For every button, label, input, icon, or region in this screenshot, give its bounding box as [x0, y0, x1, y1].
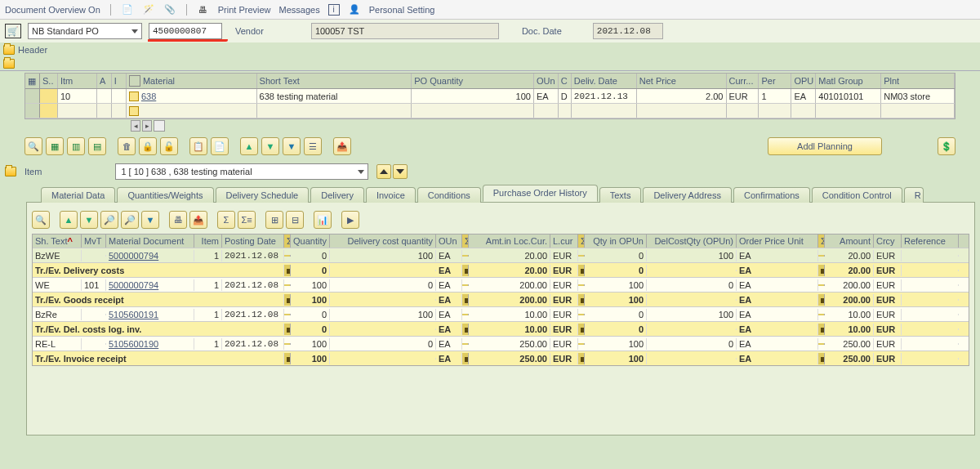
subtotal-button[interactable]: Σ≡	[238, 211, 256, 229]
tab-delivery-schedule[interactable]: Delivery Schedule	[216, 187, 310, 203]
tab-material-data[interactable]: Material Data	[41, 187, 115, 203]
sort-desc-button[interactable]: ▼	[80, 211, 98, 229]
col-sigma4[interactable]: Σ	[818, 234, 825, 248]
material-document-link[interactable]: 5000000794	[109, 251, 158, 261]
paste-button[interactable]: 📄	[211, 137, 229, 155]
layout-button[interactable]: ☰	[304, 137, 322, 155]
wizard-icon[interactable]: 🪄	[142, 3, 155, 16]
details-button[interactable]: 🔍	[32, 211, 50, 229]
col-status[interactable]: S..	[40, 74, 58, 88]
attach-icon[interactable]: 📎	[163, 3, 176, 16]
lock-button[interactable]: 🔒	[139, 137, 157, 155]
col-crcy[interactable]: Crcy	[874, 234, 902, 248]
material-document-link[interactable]: 5105600190	[109, 339, 158, 349]
col-a[interactable]: A	[97, 74, 112, 88]
addl-planning-button[interactable]: Addl Planning	[768, 137, 882, 155]
menu-messages[interactable]: Messages	[279, 5, 320, 15]
menu-print-preview[interactable]: Print Preview	[218, 5, 271, 15]
history-row[interactable]: BzWE500000079412021.12.080100EA20.00EUR0…	[33, 248, 969, 262]
h-scrollbar[interactable]: ◂ ▸	[24, 119, 956, 132]
col-opu[interactable]: OPU	[791, 74, 816, 88]
filter-button[interactable]: ▼	[141, 211, 159, 229]
col-sh-text[interactable]: Sh. Text^	[33, 234, 82, 248]
scroll-left-icon[interactable]: ◂	[131, 120, 140, 132]
col-amt-loc-cur[interactable]: Amt.in Loc.Cur.	[469, 234, 550, 248]
refresh-button[interactable]: 💲	[938, 137, 956, 155]
select-all-button[interactable]: ▦	[46, 137, 64, 155]
tab-purchase-order-history[interactable]: Purchase Order History	[483, 185, 598, 202]
col-i[interactable]: I	[112, 74, 127, 88]
tab-conditions[interactable]: Conditions	[417, 187, 481, 203]
history-subtotal-row[interactable]: Tr./Ev. Goods receipt100EA200.00EUR100EA…	[33, 292, 969, 306]
col-mvt[interactable]: MvT	[82, 234, 106, 248]
folder-icon[interactable]	[5, 167, 16, 176]
filter-button[interactable]: ▼	[283, 137, 301, 155]
find-next-button[interactable]: 🔎	[121, 211, 139, 229]
menu-personal-setting[interactable]: Personal Setting	[369, 5, 435, 15]
col-order-price-unit[interactable]: Order Price Unit	[737, 234, 818, 248]
history-subtotal-row[interactable]: Tr./Ev. Del. costs log. inv.0EA10.00EUR0…	[33, 321, 969, 336]
tab-texts[interactable]: Texts	[599, 187, 642, 203]
col-item[interactable]: Itm	[58, 74, 97, 88]
tab-invoice[interactable]: Invoice	[366, 187, 416, 203]
deselect-all-button[interactable]: ▥	[67, 137, 85, 155]
change-layout-button[interactable]: ⊟	[286, 211, 304, 229]
col-material[interactable]: Material	[127, 74, 257, 88]
item-row[interactable]: 10 638 638 testing material 100 EA D 202…	[25, 89, 955, 104]
find-button[interactable]: 🔎	[100, 211, 118, 229]
detail-button[interactable]: 🔍	[24, 137, 42, 155]
print-preview-icon[interactable]: 🖶	[197, 3, 210, 16]
col-delcostqty-opun[interactable]: DelCostQty (OPUn)	[647, 234, 737, 248]
select-block-button[interactable]: ▤	[88, 137, 106, 155]
expand-button[interactable]: ▶	[341, 211, 359, 229]
tab-condition-control[interactable]: Condition Control	[812, 187, 902, 203]
history-row[interactable]: RE-L510560019012021.12.081000EA250.00EUR…	[33, 336, 969, 351]
header-section[interactable]: Header	[0, 43, 980, 56]
tab-delivery-address[interactable]: Delivery Address	[643, 187, 732, 203]
col-item[interactable]: Item	[194, 234, 222, 248]
row-selector[interactable]	[25, 104, 40, 118]
col-sigma2[interactable]: Σ	[462, 234, 469, 248]
sum-button[interactable]: Σ	[217, 211, 235, 229]
col-plant[interactable]: Plnt	[881, 74, 955, 88]
item-row-empty[interactable]	[25, 104, 955, 118]
sort-asc-button[interactable]: ▲	[240, 137, 258, 155]
col-posting-date[interactable]: Posting Date	[222, 234, 284, 248]
col-sigma3[interactable]: Σ	[578, 234, 585, 248]
tab-confirmations[interactable]: Confirmations	[733, 187, 810, 203]
tab-quantities-weights[interactable]: Quantities/Weights	[117, 187, 213, 203]
col-delivery-cost-qty[interactable]: Delivery cost quantity	[330, 234, 436, 248]
po-number-input[interactable]: 4500000807	[149, 23, 222, 39]
new-doc-icon[interactable]: 📄	[121, 3, 134, 16]
scroll-right-icon[interactable]: ▸	[142, 120, 152, 132]
tab-delivery[interactable]: Delivery	[310, 187, 364, 203]
material-document-link[interactable]: 5000000794	[109, 280, 158, 290]
prev-item-button[interactable]	[376, 164, 391, 179]
info-icon[interactable]: i	[328, 4, 340, 16]
col-qty-opun[interactable]: Qty in OPUn	[585, 234, 647, 248]
col-net-price[interactable]: Net Price	[637, 74, 727, 88]
row-selector[interactable]	[25, 89, 40, 103]
col-sigma1[interactable]: Σ	[284, 234, 291, 248]
col-po-quantity[interactable]: PO Quantity	[412, 74, 534, 88]
col-short-text[interactable]: Short Text	[257, 74, 412, 88]
po-type-select[interactable]: NB Standard PO	[28, 23, 142, 39]
col-per[interactable]: Per	[759, 74, 791, 88]
item-section-toggle[interactable]	[0, 57, 980, 70]
cell-material[interactable]: 638	[127, 89, 257, 103]
delete-item-button[interactable]: 🗑	[118, 137, 136, 155]
col-amount[interactable]: Amount	[825, 234, 874, 248]
col-material-document[interactable]: Material Document	[106, 234, 194, 248]
personal-setting-icon[interactable]: 👤	[348, 3, 361, 16]
history-row[interactable]: WE101500000079412021.12.081000EA200.00EU…	[33, 277, 969, 292]
layout-button[interactable]: ⊞	[265, 211, 283, 229]
sort-desc-button[interactable]: ▼	[261, 137, 279, 155]
tab-overflow[interactable]: R	[904, 187, 924, 203]
print-button[interactable]: 🖶	[169, 211, 187, 229]
history-subtotal-row[interactable]: Tr./Ev. Delivery costs0EA20.00EUR0EA20.0…	[33, 262, 969, 277]
col-oun[interactable]: OUn	[534, 74, 559, 88]
unlock-button[interactable]: 🔓	[160, 137, 178, 155]
export-button[interactable]: 📤	[333, 137, 351, 155]
select-all-icon[interactable]: ▦	[25, 74, 40, 88]
col-c[interactable]: C	[559, 74, 572, 88]
